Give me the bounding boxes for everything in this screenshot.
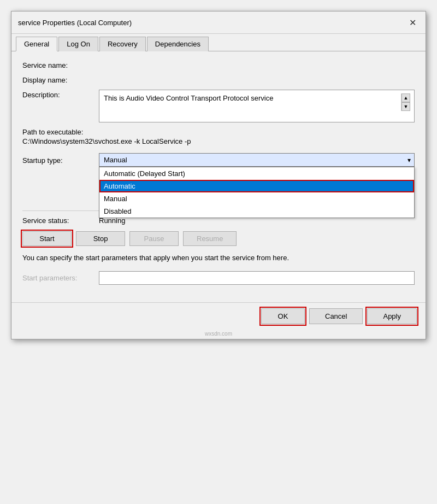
stop-button[interactable]: Stop — [76, 231, 125, 246]
dialog-footer: OK Cancel Apply — [11, 302, 426, 330]
scroll-up-button[interactable]: ▲ — [401, 93, 410, 102]
startup-dropdown-options: Automatic (Delayed Start) Automatic Manu… — [99, 167, 415, 218]
description-scrollbar[interactable]: ▲ ▼ — [401, 93, 410, 111]
path-section: Path to executable: C:\Windows\system32\… — [22, 128, 415, 145]
resume-button[interactable]: Resume — [183, 231, 237, 246]
watermark: wxsdn.com — [11, 330, 426, 339]
startup-type-row: Startup type: Manual ▾ Automatic (Delaye… — [22, 153, 415, 167]
ok-button[interactable]: OK — [261, 308, 305, 324]
tab-recovery[interactable]: Recovery — [99, 37, 146, 51]
service-name-row: Service name: — [22, 60, 415, 69]
scroll-down-button[interactable]: ▼ — [401, 102, 410, 111]
tab-dependencies[interactable]: Dependencies — [147, 37, 209, 51]
description-text: This is Audio Video Control Transport Pr… — [104, 93, 399, 103]
display-name-label: Display name: — [22, 75, 99, 84]
window-title: service Properties (Local Computer) — [18, 19, 132, 27]
startup-dropdown-wrapper: Manual ▾ Automatic (Delayed Start) Autom… — [99, 153, 415, 167]
start-params-label: Start parameters: — [22, 274, 99, 282]
apply-button[interactable]: Apply — [367, 308, 417, 324]
display-name-row: Display name: — [22, 75, 415, 84]
option-disabled[interactable]: Disabled — [99, 205, 414, 218]
startup-selected-value: Manual — [104, 156, 127, 164]
tab-general[interactable]: General — [16, 37, 57, 51]
start-params-input[interactable] — [99, 271, 415, 285]
service-name-label: Service name: — [22, 60, 99, 69]
description-label: Description: — [22, 90, 99, 99]
title-bar: service Properties (Local Computer) ✕ — [11, 11, 426, 34]
startup-type-label: Startup type: — [22, 153, 99, 165]
path-value: C:\Windows\system32\svchost.exe -k Local… — [22, 137, 415, 145]
control-buttons-row: Start Stop Pause Resume — [22, 231, 415, 246]
tab-content: Service name: Display name: Description:… — [11, 51, 426, 302]
tab-logon[interactable]: Log On — [58, 37, 98, 51]
option-automatic[interactable]: Automatic — [99, 180, 414, 192]
hint-text: You can specify the start parameters tha… — [22, 253, 415, 263]
option-automatic-delayed[interactable]: Automatic (Delayed Start) — [99, 167, 414, 180]
start-button[interactable]: Start — [22, 231, 72, 246]
dialog-window: service Properties (Local Computer) ✕ Ge… — [11, 11, 426, 339]
service-status-label: Service status: — [22, 216, 99, 225]
close-button[interactable]: ✕ — [406, 16, 419, 29]
path-label: Path to executable: — [22, 128, 415, 136]
description-box: This is Audio Video Control Transport Pr… — [99, 90, 415, 122]
tab-bar: General Log On Recovery Dependencies — [11, 34, 426, 51]
dropdown-arrow-icon: ▾ — [408, 156, 411, 164]
option-manual[interactable]: Manual — [99, 192, 414, 205]
cancel-button[interactable]: Cancel — [309, 308, 363, 324]
description-row: Description: This is Audio Video Control… — [22, 90, 415, 122]
start-params-row: Start parameters: — [22, 271, 415, 285]
pause-button[interactable]: Pause — [129, 231, 179, 246]
startup-type-select[interactable]: Manual ▾ — [99, 153, 415, 167]
